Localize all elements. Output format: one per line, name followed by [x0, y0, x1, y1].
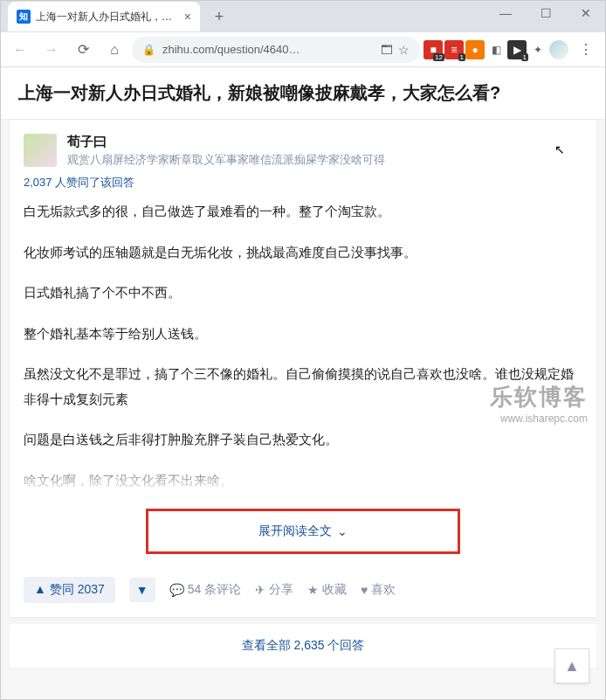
fade-mask — [24, 458, 582, 493]
browser-window: — ☐ ✕ 知 上海一对新人办日式婚礼，新娘… × + ← → ⟳ ⌂ 🔒 zh… — [0, 0, 606, 700]
browser-toolbar: ← → ⟳ ⌂ 🔒 zhihu.com/question/4640… 🗔 ☆ ■… — [1, 32, 605, 67]
author-avatar[interactable] — [24, 134, 57, 167]
forward-button[interactable]: → — [38, 36, 65, 64]
extension-5-icon[interactable]: ▶1 — [507, 40, 527, 59]
home-button[interactable]: ⌂ — [100, 36, 128, 64]
extension-2-icon[interactable]: ≡1 — [444, 40, 464, 59]
url-text: zhihu.com/question/4640… — [162, 43, 374, 56]
extension-1-icon[interactable]: ■12 — [424, 40, 443, 59]
answer-paragraph: 白无垢款式多的很，自己做选了最难看的一种。整了个淘宝款。 — [24, 199, 582, 225]
extension-4-icon[interactable]: ◧ — [486, 40, 506, 59]
answer-body: 白无垢款式多的很，自己做选了最难看的一种。整了个淘宝款。 化妆师考试的压轴题就是… — [24, 199, 582, 493]
extensions-puzzle-icon[interactable]: ✦ — [528, 40, 547, 59]
browser-tab-active[interactable]: 知 上海一对新人办日式婚礼，新娘… × — [8, 2, 200, 31]
answer-card: 荀子曰 观赏八扇屏经济学家断章取义军事家唯信流派痴屎学家没啥可得 ↖ 2,037… — [10, 120, 596, 617]
author-row: 荀子曰 观赏八扇屏经济学家断章取义军事家唯信流派痴屎学家没啥可得 ↖ — [24, 134, 582, 168]
comments-button[interactable]: 💬 54 条评论 — [169, 582, 241, 598]
back-to-top-button[interactable]: ▲ — [554, 648, 589, 683]
answer-paragraph: 问题是白送钱之后非得打肿脸充胖子装自己热爱文化。 — [24, 427, 582, 453]
author-name[interactable]: 荀子曰 — [67, 134, 582, 150]
browser-menu-button[interactable]: ⋮ — [572, 36, 600, 64]
view-all-answers-button[interactable]: 查看全部 2,635 个回答 — [10, 624, 596, 668]
address-bar[interactable]: 🔒 zhihu.com/question/4640… 🗔 ☆ — [132, 37, 420, 63]
extension-3-icon[interactable]: ● — [465, 40, 485, 59]
tab-title: 上海一对新人办日式婚礼，新娘… — [36, 10, 179, 24]
close-window-button[interactable]: ✕ — [566, 0, 606, 26]
lock-icon: 🔒 — [142, 44, 155, 56]
author-bio: 观赏八扇屏经济学家断章取义军事家唯信流派痴屎学家没啥可得 — [67, 152, 582, 168]
page-content: 上海一对新人办日式婚礼，新娘被嘲像披麻戴孝，大家怎么看? 荀子曰 观赏八扇屏经济… — [1, 67, 605, 699]
profile-avatar-icon[interactable] — [549, 40, 568, 59]
back-button[interactable]: ← — [6, 36, 34, 64]
star-icon: ★ — [307, 583, 319, 597]
favorite-button[interactable]: ★ 收藏 — [307, 582, 347, 598]
upvote-button[interactable]: ▲ 赞同 2037 — [24, 577, 115, 603]
zhihu-favicon-icon: 知 — [17, 10, 31, 24]
expand-full-text-button[interactable]: 展开阅读全文 ⌄ — [146, 509, 460, 554]
cursor-icon: ↖ — [554, 142, 565, 156]
upvote-count-link[interactable]: 2,037 人赞同了该回答 — [24, 175, 582, 191]
chevron-down-icon: ⌄ — [337, 524, 348, 538]
share-icon: ✈ — [255, 583, 265, 597]
downvote-button[interactable]: ▼ — [129, 578, 155, 602]
window-controls: — ☐ ✕ — [485, 0, 606, 26]
minimize-button[interactable]: — — [485, 0, 526, 26]
new-tab-button[interactable]: + — [207, 4, 231, 29]
bookmark-star-icon[interactable]: ☆ — [398, 43, 410, 57]
answer-paragraph: 化妆师考试的压轴题就是白无垢化妆，挑战最高难度自己没事找事。 — [24, 240, 582, 266]
maximize-button[interactable]: ☐ — [526, 0, 566, 26]
share-button[interactable]: ✈ 分享 — [255, 582, 293, 598]
translate-icon[interactable]: 🗔 — [381, 43, 393, 57]
comment-icon: 💬 — [169, 583, 184, 597]
reload-button[interactable]: ⟳ — [69, 36, 97, 64]
extension-area: ■12 ≡1 ● ◧ ▶1 ✦ — [424, 40, 568, 59]
question-title: 上海一对新人办日式婚礼，新娘被嘲像披麻戴孝，大家怎么看? — [1, 67, 605, 120]
expand-label: 展开阅读全文 — [258, 523, 332, 539]
like-button[interactable]: ♥ 喜欢 — [361, 582, 396, 598]
tab-close-icon[interactable]: × — [184, 10, 191, 24]
answer-action-bar: ▲ 赞同 2037 ▼ 💬 54 条评论 ✈ 分享 ★ 收藏 ♥ 喜欢 — [24, 568, 582, 617]
answer-paragraph: 虽然没文化不是罪过，搞了个三不像的婚礼。自己偷偷摸摸的说自己喜欢也没啥。谁也没规… — [24, 362, 582, 412]
answer-paragraph: 日式婚礼搞了个不中不西。 — [24, 281, 582, 306]
heart-icon: ♥ — [361, 583, 368, 597]
answer-paragraph: 整个婚礼基本等于给别人送钱。 — [24, 322, 582, 347]
